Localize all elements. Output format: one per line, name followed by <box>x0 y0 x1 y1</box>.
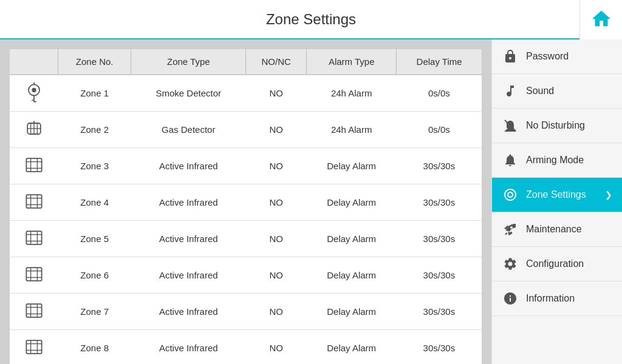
sidebar-item-label: No Disturbing <box>526 120 612 131</box>
zone-number: Zone 7 <box>58 294 131 330</box>
zone-table: Zone No. Zone Type NO/NC Alarm Type Dela… <box>9 49 482 364</box>
zone-type: Active Infrared <box>131 257 246 294</box>
info-icon <box>502 290 519 307</box>
music-icon <box>502 83 519 99</box>
svg-rect-15 <box>26 195 41 208</box>
zone-nonc: NO <box>246 112 307 148</box>
table-row[interactable]: Zone 6 Active Infrared NO Delay Alarm 30… <box>10 257 482 294</box>
zone-type: Active Infrared <box>131 330 246 365</box>
zone-number: Zone 4 <box>58 184 131 221</box>
svg-rect-30 <box>26 304 41 317</box>
sidebar-item-label: Sound <box>526 86 612 96</box>
bell-icon <box>502 152 519 169</box>
sidebar-item-label: Maintenance <box>526 224 612 235</box>
sidebar-item-configuration[interactable]: Configuration <box>492 247 622 281</box>
zone-alarm-type: Delay Alarm <box>307 148 397 184</box>
sidebar-item-sound[interactable]: Sound <box>492 74 622 109</box>
table-row[interactable]: Zone 2 Gas Detector NO 24h Alarm 0s/0s <box>10 112 482 148</box>
sidebar-item-label: Arming Mode <box>526 155 612 166</box>
zone-type: Active Infrared <box>131 294 246 330</box>
zone-icon-cell <box>10 148 58 184</box>
zone-delay-time: 30s/30s <box>397 221 482 257</box>
zone-number: Zone 5 <box>58 221 131 257</box>
sidebar-item-information[interactable]: Information <box>492 281 622 316</box>
zone-delay-time: 0s/0s <box>397 75 482 112</box>
zone-number: Zone 3 <box>58 148 131 184</box>
col-zone-no: Zone No. <box>58 49 131 75</box>
table-area: Zone No. Zone Type NO/NC Alarm Type Dela… <box>0 39 491 364</box>
table-row[interactable]: Zone 3 Active Infrared NO Delay Alarm 30… <box>10 148 482 184</box>
table-row[interactable]: Zone 1 Smoke Detector NO 24h Alarm 0s/0s <box>10 75 482 112</box>
gear-icon <box>502 255 519 272</box>
zone-icon-cell <box>10 75 58 112</box>
zone-delay-time: 30s/30s <box>397 148 482 184</box>
col-nonc: NO/NC <box>246 49 307 75</box>
zone-icon <box>23 277 45 287</box>
zone-alarm-type: 24h Alarm <box>307 112 397 148</box>
svg-rect-35 <box>26 340 41 354</box>
header: Zone Settings <box>0 0 622 39</box>
table-row[interactable]: Zone 5 Active Infrared NO Delay Alarm 30… <box>10 221 482 257</box>
zone-number: Zone 8 <box>58 330 131 365</box>
zone-nonc: NO <box>246 148 307 184</box>
zone-alarm-type: Delay Alarm <box>307 294 397 330</box>
nobell-icon <box>502 117 519 134</box>
col-zone-type: Zone Type <box>131 49 246 75</box>
lock-icon <box>502 48 519 65</box>
sidebar-item-label: Zone Settings <box>526 189 598 200</box>
main-content: Zone No. Zone Type NO/NC Alarm Type Dela… <box>0 39 622 364</box>
home-button[interactable] <box>579 0 622 39</box>
zone-icon <box>23 95 45 105</box>
svg-point-3 <box>32 88 36 92</box>
sidebar-item-arming-mode[interactable]: Arming Mode <box>492 143 622 178</box>
zone-delay-time: 0s/0s <box>397 112 482 148</box>
zone-delay-time: 30s/30s <box>397 294 482 330</box>
sidebar-item-no-disturbing[interactable]: No Disturbing <box>492 109 622 143</box>
zone-icon <box>23 167 45 178</box>
zone-alarm-type: 24h Alarm <box>307 75 397 112</box>
table-row[interactable]: Zone 4 Active Infrared NO Delay Alarm 30… <box>10 184 482 221</box>
zone-icon-cell <box>10 112 58 148</box>
zone-nonc: NO <box>246 221 307 257</box>
zone-delay-time: 30s/30s <box>397 257 482 294</box>
col-alarm-type: Alarm Type <box>307 49 397 75</box>
sidebar-item-label: Password <box>526 51 612 62</box>
zone-nonc: NO <box>246 257 307 294</box>
zone-icon <box>23 131 45 141</box>
zone-icon-cell <box>10 330 58 365</box>
zone-nonc: NO <box>246 330 307 365</box>
home-icon <box>590 8 612 32</box>
svg-rect-10 <box>26 158 41 172</box>
zone-delay-time: 30s/30s <box>397 330 482 365</box>
col-icon <box>10 49 58 75</box>
target-icon <box>502 186 519 203</box>
chevron-icon: ❯ <box>605 190 612 200</box>
col-delay-time: Delay Time <box>397 49 482 75</box>
zone-nonc: NO <box>246 294 307 330</box>
zone-nonc: NO <box>246 184 307 221</box>
zone-alarm-type: Delay Alarm <box>307 221 397 257</box>
zone-icon <box>23 349 45 360</box>
zone-alarm-type: Delay Alarm <box>307 184 397 221</box>
zone-nonc: NO <box>246 75 307 112</box>
svg-rect-25 <box>26 268 41 281</box>
zone-icon <box>23 240 45 251</box>
sidebar-item-label: Configuration <box>526 258 612 269</box>
zone-icon-cell <box>10 294 58 330</box>
zone-type: Active Infrared <box>131 184 246 221</box>
zone-type: Gas Detector <box>131 112 246 148</box>
zone-icon <box>23 204 45 214</box>
rocket-icon <box>502 221 519 238</box>
sidebar-item-maintenance[interactable]: Maintenance <box>492 212 622 247</box>
table-row[interactable]: Zone 7 Active Infrared NO Delay Alarm 30… <box>10 294 482 330</box>
zone-alarm-type: Delay Alarm <box>307 330 397 365</box>
table-row[interactable]: Zone 8 Active Infrared NO Delay Alarm 30… <box>10 330 482 365</box>
sidebar: Password Sound No Disturbing Arming Mode… <box>491 39 622 364</box>
sidebar-item-zone-settings[interactable]: Zone Settings ❯ <box>492 178 622 212</box>
zone-type: Smoke Detector <box>131 75 246 112</box>
sidebar-item-label: Information <box>526 293 612 304</box>
zone-number: Zone 1 <box>58 75 131 112</box>
zone-number: Zone 6 <box>58 257 131 294</box>
zone-type: Active Infrared <box>131 148 246 184</box>
sidebar-item-password[interactable]: Password <box>492 39 622 74</box>
